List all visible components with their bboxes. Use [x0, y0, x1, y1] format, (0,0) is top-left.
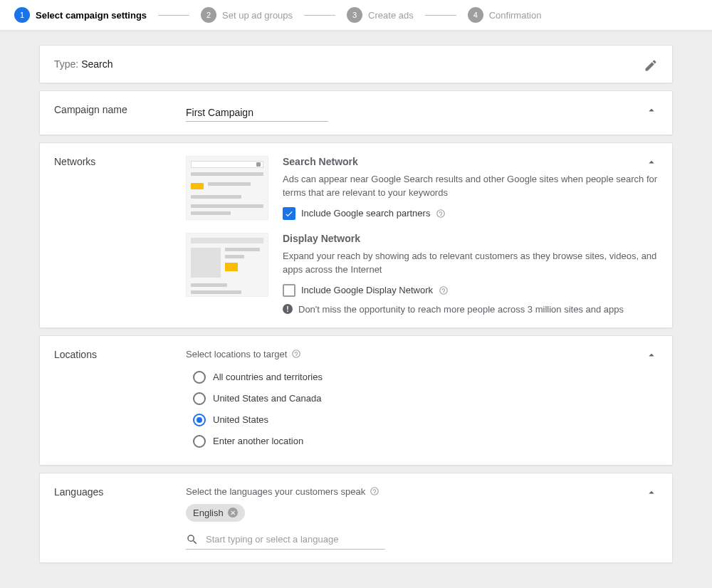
remove-chip-icon[interactable]: ✕ [228, 508, 238, 518]
location-option-label: Enter another location [213, 436, 303, 446]
display-network-desc: Expand your reach by showing ads to rele… [283, 250, 658, 277]
step-label-1: Select campaign settings [36, 10, 147, 21]
radio-icon [193, 435, 206, 448]
type-label: Type: [54, 58, 81, 70]
collapse-icon[interactable] [645, 104, 658, 117]
display-network-label: Include Google Display Network [301, 285, 433, 295]
radio-icon [193, 371, 206, 384]
search-icon [186, 533, 199, 546]
location-option-label: United States [213, 414, 268, 425]
search-network-desc: Ads can appear near Google Search result… [283, 173, 658, 200]
search-partners-checkbox[interactable] [283, 207, 295, 220]
radio-icon [193, 392, 206, 405]
step-connector [158, 15, 189, 16]
location-option-enter[interactable]: Enter another location [186, 431, 658, 452]
collapse-icon[interactable] [645, 486, 658, 499]
step-label-2: Set up ad groups [222, 10, 293, 21]
language-search-input[interactable] [206, 534, 385, 545]
locations-title: Locations [54, 349, 186, 360]
type-card: Type: Search [39, 45, 673, 83]
languages-card: Languages Select the languages your cust… [39, 473, 673, 563]
edit-icon[interactable] [644, 58, 658, 73]
language-chip-label: English [193, 508, 224, 518]
step-label-4: Confirmation [489, 10, 542, 21]
stepper: 1 Select campaign settings 2 Set up ad g… [0, 0, 712, 31]
search-network-heading: Search Network [283, 156, 658, 167]
step-3[interactable]: 3 Create ads [347, 7, 414, 23]
step-label-3: Create ads [368, 10, 414, 21]
step-badge-2: 2 [201, 7, 216, 23]
location-option-all[interactable]: All countries and territories [186, 367, 658, 388]
step-badge-4: 4 [468, 7, 483, 23]
networks-title: Networks [54, 156, 186, 167]
locations-prompt: Select locations to target [186, 349, 287, 359]
location-option-us[interactable]: United States [186, 409, 658, 431]
display-network-row: Display Network Expand your reach by sho… [186, 233, 658, 315]
search-network-row: Search Network Ads can appear near Googl… [186, 156, 658, 220]
location-option-label: United States and Canada [213, 393, 322, 404]
locations-card: Locations Select locations to target All… [39, 335, 673, 466]
location-option-label: All countries and territories [213, 372, 323, 382]
language-chip-english[interactable]: English ✕ [186, 504, 245, 522]
campaign-name-input[interactable] [186, 104, 328, 122]
help-icon[interactable] [436, 209, 446, 219]
display-network-checkbox[interactable] [283, 284, 295, 297]
languages-prompt: Select the languages your customers spea… [186, 486, 365, 497]
step-connector [304, 15, 335, 16]
step-1[interactable]: 1 Select campaign settings [14, 7, 147, 23]
step-connector [425, 15, 456, 16]
step-2[interactable]: 2 Set up ad groups [201, 7, 293, 23]
step-badge-1: 1 [14, 7, 30, 23]
display-network-tip: Don't miss the opportunity to reach more… [298, 304, 624, 315]
step-4[interactable]: 4 Confirmation [468, 7, 542, 23]
languages-title: Languages [54, 486, 186, 498]
help-icon[interactable] [370, 486, 379, 496]
language-search[interactable] [186, 530, 385, 550]
search-network-thumbnail [186, 156, 268, 220]
campaign-name-card: Campaign name [39, 90, 673, 135]
info-icon: ! [283, 304, 293, 314]
display-network-thumbnail [186, 233, 268, 297]
step-badge-3: 3 [347, 7, 362, 23]
collapse-icon[interactable] [645, 349, 658, 362]
location-option-us-canada[interactable]: United States and Canada [186, 388, 658, 409]
search-partners-label: Include Google search partners [301, 208, 430, 219]
campaign-name-title: Campaign name [54, 104, 186, 115]
help-icon[interactable] [291, 349, 301, 359]
help-icon[interactable] [439, 285, 449, 295]
type-value: Search [81, 58, 112, 70]
networks-card: Networks Search Network Ad [39, 142, 673, 328]
radio-icon [193, 414, 206, 426]
display-network-heading: Display Network [283, 233, 658, 244]
collapse-icon[interactable] [645, 156, 658, 169]
